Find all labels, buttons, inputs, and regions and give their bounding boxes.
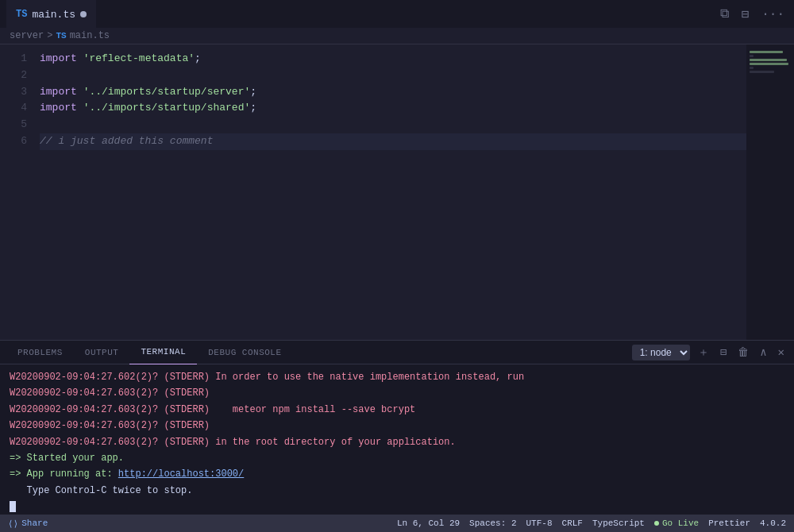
terminal-content[interactable]: W20200902-09:04:27.602(2)? (STDERR) In o… <box>0 364 794 515</box>
unsaved-dot <box>80 11 87 17</box>
code-line-5 <box>40 117 746 133</box>
code-line-3: import '../imports/startup/server'; <box>40 84 746 101</box>
editor: 123456 import 'reflect-metadata'; import… <box>0 44 794 340</box>
spaces-indicator[interactable]: Spaces: 2 <box>469 519 516 528</box>
cursor-position[interactable]: Ln 6, Col 29 <box>397 519 460 528</box>
code-line-6: // i just added this comment <box>40 133 746 150</box>
terminal-line: => App running at: http://localhost:3000… <box>10 466 784 482</box>
tab-output[interactable]: OUTPUT <box>74 341 130 364</box>
tab-terminal[interactable]: TERMINAL <box>129 341 197 364</box>
eol-indicator[interactable]: CRLF <box>562 519 583 528</box>
tab-bar-left: TS main.ts <box>6 0 96 28</box>
prettier-button[interactable]: Prettier <box>708 519 750 528</box>
share-icon: ⟨⟩ <box>8 519 18 529</box>
code-line-2 <box>40 67 746 84</box>
breadcrumb-ts-icon: TS <box>56 31 66 40</box>
tab-debug-console[interactable]: DEBUG CONSOLE <box>197 341 292 364</box>
status-bar-right: Ln 6, Col 29 Spaces: 2 UTF-8 CRLF TypeSc… <box>397 519 786 528</box>
tab-bar: TS main.ts ⧉ ⊟ ··· <box>0 0 794 28</box>
tab-main-ts[interactable]: TS main.ts <box>6 0 96 28</box>
terminal-line <box>10 499 784 515</box>
close-panel-icon[interactable]: ✕ <box>775 344 788 360</box>
panel-tabs: PROBLEMS OUTPUT TERMINAL DEBUG CONSOLE 1… <box>0 341 794 364</box>
breadcrumb-server[interactable]: server <box>10 30 44 41</box>
trash-icon[interactable]: 🗑 <box>734 345 752 360</box>
more-actions-icon[interactable]: ··· <box>758 6 788 23</box>
status-bar-left: ⟨⟩ Share <box>8 519 48 529</box>
ts-icon: TS <box>16 9 27 20</box>
tab-problems[interactable]: PROBLEMS <box>6 341 74 364</box>
code-line-1: import 'reflect-metadata'; <box>40 51 746 67</box>
panel-tabs-left: PROBLEMS OUTPUT TERMINAL DEBUG CONSOLE <box>6 341 293 364</box>
version-label: 4.0.2 <box>760 519 786 528</box>
layout-icon[interactable]: ⊟ <box>738 5 753 24</box>
terminal-line: W20200902-09:04:27.603(2)? (STDERR) in t… <box>10 434 784 450</box>
prettier-label: Prettier <box>708 519 750 528</box>
status-bar: ⟨⟩ Share Ln 6, Col 29 Spaces: 2 UTF-8 CR… <box>0 515 794 532</box>
split-terminal-icon[interactable]: ⊟ <box>717 344 730 360</box>
share-button[interactable]: ⟨⟩ Share <box>8 519 48 529</box>
go-live-button[interactable]: Go Live <box>654 519 699 528</box>
split-editor-icon[interactable]: ⧉ <box>717 5 732 23</box>
chevron-up-icon[interactable]: ∧ <box>757 344 769 360</box>
encoding-indicator[interactable]: UTF-8 <box>526 519 553 528</box>
minimap <box>746 44 794 340</box>
breadcrumb-separator: > <box>47 30 52 41</box>
terminal-line: W20200902-09:04:27.603(2)? (STDERR) <box>10 418 784 434</box>
go-live-label: Go Live <box>662 519 699 528</box>
go-live-dot <box>654 521 659 526</box>
breadcrumb: server > TS main.ts <box>0 28 794 44</box>
language-indicator[interactable]: TypeScript <box>592 519 645 528</box>
panel-tabs-right: 1: node ＋ ⊟ 🗑 ∧ ✕ <box>632 344 788 361</box>
tab-bar-actions: ⧉ ⊟ ··· <box>717 5 788 24</box>
tab-filename: main.ts <box>32 9 75 21</box>
terminal-panel: PROBLEMS OUTPUT TERMINAL DEBUG CONSOLE 1… <box>0 340 794 515</box>
terminal-line: W20200902-09:04:27.602(2)? (STDERR) In o… <box>10 369 784 385</box>
terminal-line: Type Control-C twice to stop. <box>10 483 784 499</box>
breadcrumb-file[interactable]: main.ts <box>70 30 110 41</box>
code-line-4: import '../imports/startup/shared'; <box>40 100 746 117</box>
new-terminal-icon[interactable]: ＋ <box>695 344 712 361</box>
code-area[interactable]: import 'reflect-metadata'; import '../im… <box>33 44 746 340</box>
share-label: Share <box>21 519 48 528</box>
terminal-line: W20200902-09:04:27.603(2)? (STDERR) mete… <box>10 402 784 418</box>
terminal-line: W20200902-09:04:27.603(2)? (STDERR) <box>10 385 784 401</box>
terminal-line: => Started your app. <box>10 450 784 466</box>
terminal-dropdown[interactable]: 1: node <box>632 345 690 360</box>
line-numbers: 123456 <box>0 44 33 340</box>
